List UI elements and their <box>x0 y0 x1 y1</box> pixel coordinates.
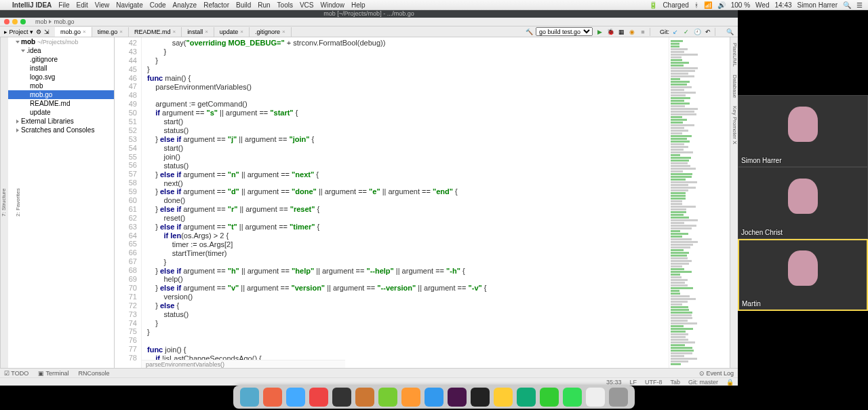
dock-app-appstore[interactable] <box>425 388 443 407</box>
editor-tab-update[interactable]: update× <box>214 27 250 37</box>
tree-item-mobgo[interactable]: mob.go <box>8 90 114 99</box>
close-icon[interactable]: × <box>119 29 123 35</box>
dock-app-notes[interactable] <box>494 388 513 407</box>
line-separator[interactable]: LF <box>629 379 637 386</box>
breadcrumb-root[interactable]: mob <box>35 18 52 25</box>
profile-icon[interactable]: ◉ <box>628 28 636 36</box>
caret-position[interactable]: 35:33 <box>606 379 622 386</box>
tree-scratch[interactable]: Scratches and Consoles <box>8 126 114 134</box>
volume-icon[interactable]: 🔊 <box>717 1 726 9</box>
git-update-icon[interactable]: ↙ <box>671 28 679 36</box>
video-tile-jochen-christ[interactable]: Jochen Christ <box>738 167 868 239</box>
lock-icon[interactable]: 🔒 <box>726 379 734 386</box>
plantuml-tool-button[interactable]: PlantUML <box>730 43 738 67</box>
git-branch[interactable]: Git: master <box>688 379 718 386</box>
dock-app-calendar[interactable] <box>309 388 328 407</box>
traffic-close-icon[interactable] <box>4 19 9 24</box>
code-editor[interactable]: 4243444546474849505152535455565758596061… <box>115 37 669 368</box>
database-tool-button[interactable]: Database <box>730 75 738 98</box>
notification-icon[interactable]: ☰ <box>856 1 863 9</box>
menu-tools[interactable]: Tools <box>277 1 293 9</box>
traffic-min-icon[interactable] <box>12 19 18 24</box>
close-icon[interactable]: × <box>282 29 285 35</box>
settings-icon[interactable]: ⚙ <box>36 29 41 35</box>
file-encoding[interactable]: UTF-8 <box>645 379 663 386</box>
tree-ext[interactable]: External Libraries <box>8 117 114 126</box>
menu-refactor[interactable]: Refactor <box>203 1 229 9</box>
dock-app-sublime[interactable] <box>401 388 420 407</box>
code-area[interactable]: say("overriding MOB_DEBUG=" + strconv.Fo… <box>142 37 669 368</box>
editor-breadcrumb[interactable]: parseEnvironmentVariables() <box>142 360 345 368</box>
user-name[interactable]: Simon Harrer <box>797 1 837 9</box>
build-icon[interactable]: 🔨 <box>525 28 533 36</box>
tree-item-logosvg[interactable]: logo.svg <box>8 73 114 81</box>
run-config-select[interactable]: go build test.go <box>536 27 593 36</box>
project-tool-label[interactable]: ▸ Project ▾ <box>4 29 33 35</box>
video-tile-martin[interactable]: Martin <box>738 239 868 311</box>
video-tile-simon-harrer[interactable]: Simon Harrer <box>738 95 868 167</box>
tree-item-READMEmd[interactable]: README.md <box>8 99 114 108</box>
tree-item-update[interactable]: update <box>8 108 114 117</box>
menu-window[interactable]: Window <box>321 1 345 9</box>
collapse-icon[interactable]: ⇲ <box>44 29 50 35</box>
menu-vcs[interactable]: VCS <box>300 1 314 9</box>
structure-tool-button[interactable]: 7: Structure <box>1 189 7 217</box>
tree-item-mob[interactable]: mob <box>8 81 114 90</box>
tree-item-install[interactable]: install <box>8 64 114 73</box>
coverage-icon[interactable]: ▦ <box>617 28 625 36</box>
rnconsole-tool-button[interactable]: RNConsole <box>79 370 110 377</box>
stop-icon[interactable]: ■ <box>639 28 647 36</box>
code-minimap[interactable] <box>669 37 730 368</box>
close-icon[interactable]: × <box>83 29 86 35</box>
spotlight-icon[interactable]: 🔍 <box>843 1 851 9</box>
dock-app-preview[interactable] <box>355 388 374 407</box>
editor-tab-READMEmd[interactable]: README.md× <box>129 27 182 37</box>
bluetooth-icon[interactable]: ᚼ <box>694 1 698 9</box>
favorites-tool-button[interactable]: 2: Favorites <box>15 189 21 217</box>
dock-app-chrome[interactable] <box>263 388 282 407</box>
debug-icon[interactable]: 🐞 <box>606 28 614 36</box>
menu-view[interactable]: View <box>95 1 110 9</box>
search-icon[interactable]: 🔍 <box>726 28 734 36</box>
dock-app-finder[interactable] <box>240 388 259 407</box>
keypromoter-tool-button[interactable]: Key Promoter X <box>730 106 738 144</box>
dock-app-terminal[interactable] <box>332 388 351 407</box>
menu-code[interactable]: Code <box>150 1 166 9</box>
dock-app-intellij[interactable] <box>471 388 490 407</box>
editor-tab-install[interactable]: install× <box>182 27 214 37</box>
wifi-icon[interactable]: 📶 <box>704 1 712 9</box>
app-name[interactable]: IntelliJ IDEA <box>12 1 52 9</box>
editor-tab-timego[interactable]: time.go× <box>92 27 129 37</box>
menu-navigate[interactable]: Navigate <box>116 1 142 9</box>
traffic-max-icon[interactable] <box>20 19 26 24</box>
run-icon[interactable]: ▶ <box>595 28 604 36</box>
editor-tab-gitignore[interactable]: .gitignore× <box>250 27 292 37</box>
tree-item-gitignore[interactable]: .gitignore <box>8 55 114 64</box>
git-commit-icon[interactable]: ✓ <box>682 28 690 36</box>
menu-help[interactable]: Help <box>351 1 366 9</box>
close-icon[interactable]: × <box>205 29 208 35</box>
dock-app-trash[interactable] <box>609 388 628 407</box>
indent-mode[interactable]: Tab <box>670 379 680 386</box>
dock-app-messages[interactable] <box>563 388 582 407</box>
git-revert-icon[interactable]: ↶ <box>704 28 712 36</box>
dock-app-android[interactable] <box>378 388 397 407</box>
todo-tool-button[interactable]: ☑ TODO <box>4 370 28 377</box>
menu-run[interactable]: Run <box>258 1 270 9</box>
menu-build[interactable]: Build <box>236 1 251 9</box>
dock-app-facetime[interactable] <box>540 388 559 407</box>
git-history-icon[interactable]: 🕘 <box>693 28 701 36</box>
editor-tab-mobgo[interactable]: mob.go× <box>55 27 92 37</box>
menu-analyze[interactable]: Analyze <box>173 1 197 9</box>
tree-root[interactable]: mob ~/Projects/mob <box>8 37 114 46</box>
menu-file[interactable]: File <box>58 1 69 9</box>
line-gutter[interactable]: 4243444546474849505152535455565758596061… <box>115 37 142 368</box>
eventlog-tool-button[interactable]: ⊙ Event Log <box>699 370 734 377</box>
dock-app-slack[interactable] <box>448 388 467 407</box>
close-icon[interactable]: × <box>240 29 243 35</box>
close-icon[interactable]: × <box>172 29 176 35</box>
menu-edit[interactable]: Edit <box>76 1 87 9</box>
dock-app-safari[interactable] <box>286 388 305 407</box>
tree-item-idea[interactable]: .idea <box>8 46 114 55</box>
terminal-tool-button[interactable]: ▣ Terminal <box>38 370 68 377</box>
